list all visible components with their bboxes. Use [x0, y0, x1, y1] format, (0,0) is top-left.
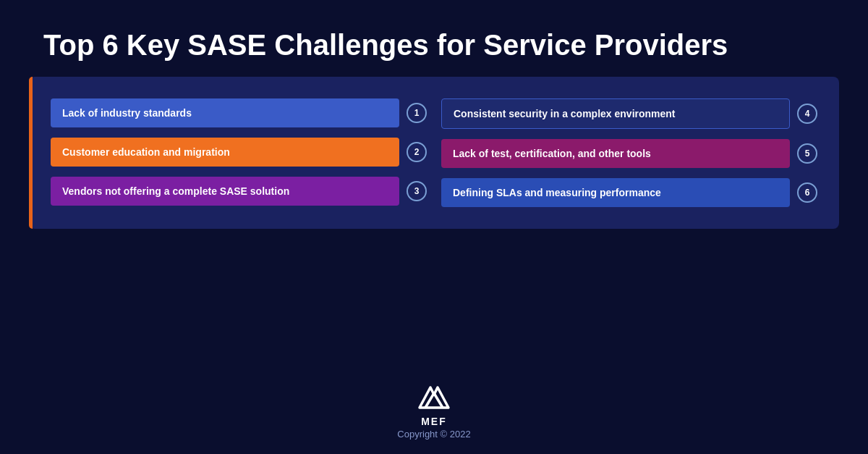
challenge-label-5: Lack of test, certification, and other t…: [453, 148, 651, 159]
right-column: Consistent security in a complex environ…: [441, 98, 817, 207]
number-2: 2: [414, 147, 420, 157]
svg-marker-0: [420, 387, 448, 408]
number-5: 5: [805, 148, 810, 159]
number-badge-6: 6: [797, 182, 817, 203]
number-badge-2: 2: [407, 142, 427, 162]
content-area: Lack of industry standards 1 Customer ed…: [29, 77, 839, 229]
challenge-bar-5: Lack of test, certification, and other t…: [441, 139, 790, 168]
number-3: 3: [414, 186, 420, 196]
page-title: Top 6 Key SASE Challenges for Service Pr…: [43, 28, 825, 62]
title-section: Top 6 Key SASE Challenges for Service Pr…: [0, 0, 868, 77]
footer-section: MEF Copyright © 2022: [397, 380, 470, 454]
copyright-text: Copyright © 2022: [397, 429, 470, 440]
mef-logo: [412, 380, 456, 413]
challenge-row-4: Consistent security in a complex environ…: [441, 98, 817, 129]
challenge-bar-2: Customer education and migration: [51, 138, 399, 167]
challenge-row-6: Defining SLAs and measuring performance …: [441, 178, 817, 207]
challenge-bar-1: Lack of industry standards: [51, 98, 399, 127]
number-badge-4: 4: [797, 104, 817, 124]
left-accent-border: [29, 77, 33, 229]
challenge-bar-3: Vendors not offering a complete SASE sol…: [51, 177, 399, 206]
challenge-bar-4: Consistent security in a complex environ…: [441, 98, 790, 129]
left-column: Lack of industry standards 1 Customer ed…: [51, 98, 427, 207]
number-badge-1: 1: [407, 103, 427, 123]
challenge-label-2: Customer education and migration: [62, 146, 230, 158]
mef-text: MEF: [421, 416, 447, 427]
number-badge-3: 3: [407, 181, 427, 201]
number-1: 1: [414, 108, 420, 118]
challenge-label-4: Consistent security in a complex environ…: [454, 108, 676, 119]
number-6: 6: [805, 188, 810, 198]
challenge-row-5: Lack of test, certification, and other t…: [441, 139, 817, 168]
challenge-bar-6: Defining SLAs and measuring performance: [441, 178, 790, 207]
challenge-row-1: Lack of industry standards 1: [51, 98, 427, 127]
challenge-label-6: Defining SLAs and measuring performance: [453, 187, 661, 198]
challenge-row-3: Vendors not offering a complete SASE sol…: [51, 177, 427, 206]
number-badge-5: 5: [797, 143, 817, 164]
challenge-label-1: Lack of industry standards: [62, 107, 192, 119]
challenge-label-3: Vendors not offering a complete SASE sol…: [62, 185, 289, 197]
challenge-row-2: Customer education and migration 2: [51, 138, 427, 167]
number-4: 4: [805, 109, 810, 119]
